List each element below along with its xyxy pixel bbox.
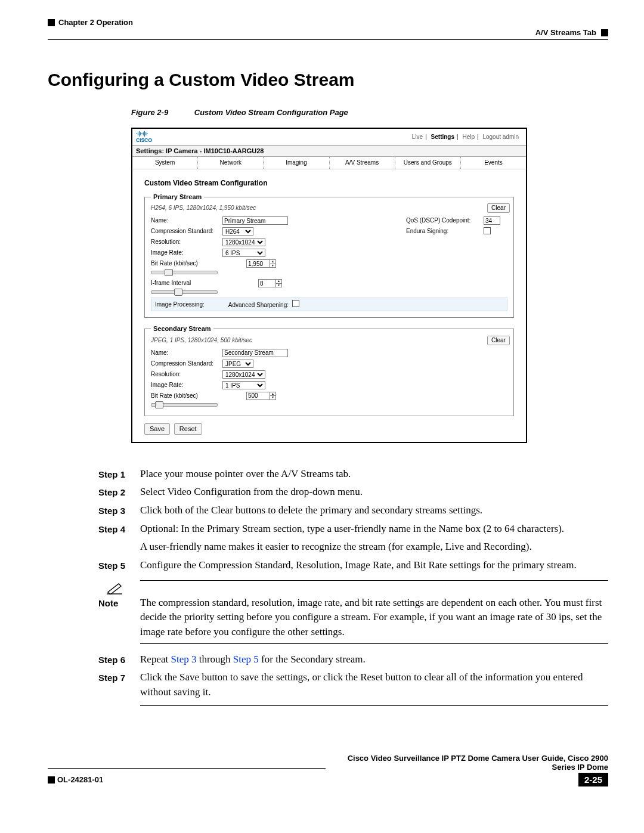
secondary-comp-label: Compression Standard: [151,360,222,367]
link-live[interactable]: Live [412,134,423,140]
proc-label: Image Processing: [155,301,205,308]
footer-page: 2-25 [578,773,608,786]
step4-label: Step 4 [98,522,140,537]
iframe-slider[interactable] [151,290,218,294]
iframe-spinner[interactable]: ▲▼ [276,279,282,287]
step7-body: Click the Save button to save the settin… [140,670,608,699]
primary-clear-button[interactable]: Clear [487,203,510,213]
primary-name-input[interactable] [222,216,288,225]
secondary-res-select[interactable]: 1280x1024 [222,370,265,379]
secondary-bit-label: Bit Rate (kbit/sec) [151,392,222,400]
tab-imaging[interactable]: Imaging [264,157,329,169]
secondary-stream-fieldset: Secondary Stream Clear JPEG, 1 IPS, 1280… [144,325,514,416]
header-marker [48,19,55,26]
endura-label: Endura Signing: [406,228,484,235]
link-settings[interactable]: Settings [431,134,454,140]
step4-body: Optional: In the Primary Stream section,… [140,522,608,537]
figure-caption: Figure 2-9 Custom Video Stream Configura… [131,108,608,117]
note-label: Note [98,596,140,640]
page-header: Chapter 2 Operation A/V Streams Tab [48,18,608,37]
sharp-label: Advanced Sharpening: [228,302,289,308]
secondary-bit-input[interactable] [246,392,270,400]
primary-comp-select[interactable]: H264 [222,227,253,236]
header-rule [48,39,608,40]
qos-input[interactable] [484,216,500,225]
tab-events[interactable]: Events [461,157,526,169]
secondary-bit-spinner[interactable]: ▲▼ [270,392,276,400]
section-title: Configuring a Custom Video Stream [48,70,608,90]
link-help[interactable]: Help [462,134,475,140]
figure-title: Custom Video Stream Configuration Page [194,108,348,117]
secondary-name-input[interactable] [222,349,288,357]
step5-body: Configure the Compression Standard, Reso… [140,558,608,573]
primary-bit-label: Bit Rate (kbit/sec) [151,260,222,267]
step1-label: Step 1 [98,467,140,482]
primary-bit-input[interactable] [246,259,270,268]
primary-legend: Primary Stream [151,193,204,201]
tab-users[interactable]: Users and Groups [395,157,461,169]
figure-number: Figure 2-9 [131,108,168,117]
settings-title: Settings: IP Camera - IM10C10-AARGU28 [132,146,526,157]
secondary-clear-button[interactable]: Clear [487,336,510,345]
primary-comp-label: Compression Standard: [151,228,222,235]
primary-res-select[interactable]: 1280x1024 [222,238,265,246]
step6-link1[interactable]: Step 3 [171,654,196,665]
tab-network[interactable]: Network [198,157,264,169]
step2-body: Select Video Configuration from the drop… [140,485,608,500]
step1-body: Place your mouse pointer over the A/V St… [140,467,608,482]
svg-marker-0 [108,584,121,594]
secondary-comp-select[interactable]: JPEG [222,360,253,368]
config-heading: Custom Video Stream Configuration [144,179,514,187]
primary-img-label: Image Rate: [151,249,222,256]
tab-system[interactable]: System [132,157,198,169]
footer-marker [48,776,55,784]
primary-img-select[interactable]: 6 IPS [222,249,265,257]
primary-name-label: Name: [151,217,222,224]
secondary-img-label: Image Rate: [151,382,222,389]
save-button[interactable]: Save [144,423,170,435]
secondary-bit-slider[interactable] [151,403,218,407]
cisco-logo: ·ı|ı·ı|ı·CISCO [136,131,152,144]
header-marker-right [601,29,608,36]
step3-body: Click both of the Clear buttons to delet… [140,503,608,518]
step6-link2[interactable]: Step 5 [233,654,259,665]
note-icon [107,581,122,593]
note-rule-bottom [140,643,608,644]
step7-label: Step 7 [98,670,140,699]
steps-list: Step 1Place your mouse pointer over the … [98,467,608,707]
qos-label: QoS (DSCP) Codepoint: [406,217,484,224]
secondary-summary: JPEG, 1 IPS, 1280x1024, 500 kbit/sec [151,337,507,344]
footer-title: Cisco Video Surveillance IP PTZ Dome Cam… [330,754,608,772]
config-screenshot: ·ı|ı·ı|ı·CISCO Live| Settings| Help| Log… [131,128,527,443]
secondary-res-label: Resolution: [151,371,222,378]
reset-button[interactable]: Reset [174,423,202,435]
sharp-checkbox[interactable] [292,300,299,307]
step3-label: Step 3 [98,503,140,518]
top-links: Live| Settings| Help| Logout admin [410,134,521,141]
tab-label: A/V Streams Tab [535,28,596,37]
footer-doc: OL-24281-01 [57,775,103,784]
page-footer: Cisco Video Surveillance IP PTZ Dome Cam… [48,754,608,786]
image-processing-row: Image Processing: Advanced Sharpening: [151,298,507,311]
secondary-legend: Secondary Stream [151,325,213,333]
link-logout[interactable]: Logout admin [482,134,519,140]
note-rule-top [140,580,608,581]
tab-avstreams[interactable]: A/V Streams [330,157,395,169]
step4-extra: A user-friendly name makes it easier to … [140,540,608,555]
iframe-label: I-frame Interval [151,280,222,287]
primary-stream-fieldset: Primary Stream Clear H264, 6 IPS, 1280x1… [144,193,514,318]
primary-bit-spinner[interactable]: ▲▼ [270,259,276,268]
primary-summary: H264, 6 IPS, 1280x1024, 1,950 kbit/sec [151,205,507,212]
step2-label: Step 2 [98,485,140,500]
iframe-input[interactable] [258,279,276,287]
primary-res-label: Resolution: [151,239,222,246]
endura-checkbox[interactable] [484,227,491,234]
note-body: The compression standard, resolution, im… [140,596,608,640]
secondary-img-select[interactable]: 1 IPS [222,381,265,389]
steps-end-rule [140,705,608,706]
chapter-label: Chapter 2 Operation [58,18,133,27]
step6-body: Repeat Step 3 through Step 5 for the Sec… [140,652,608,667]
step6-label: Step 6 [98,652,140,667]
step5-label: Step 5 [98,558,140,573]
primary-bit-slider[interactable] [151,271,218,274]
